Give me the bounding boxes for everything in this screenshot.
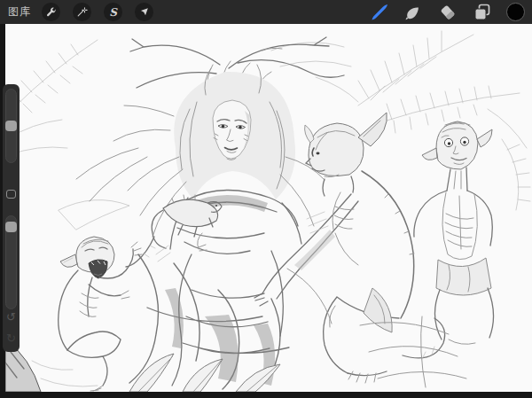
- top-toolbar: 图库 S: [0, 0, 532, 24]
- adjustments-button[interactable]: [73, 3, 91, 21]
- creature-far-right: [414, 121, 494, 344]
- woman-torso-and-lizard: [126, 190, 301, 267]
- artwork-sketch: [5, 24, 532, 392]
- selection-s-icon: S: [109, 7, 117, 18]
- erase-tool-button[interactable]: [437, 2, 458, 23]
- sidebar: ↺ ↻: [3, 84, 20, 352]
- actions-button[interactable]: [42, 3, 60, 21]
- smudge-tool-button[interactable]: [403, 2, 424, 23]
- layers-icon: [472, 2, 493, 23]
- smudge-icon: [403, 2, 424, 23]
- brush-icon: [368, 2, 389, 23]
- toolbar-left-group: 图库 S: [0, 3, 153, 21]
- procreate-window: 图库 S: [0, 0, 532, 398]
- eraser-icon: [437, 2, 458, 23]
- drapery: [129, 251, 466, 389]
- selection-button[interactable]: S: [104, 3, 122, 21]
- wrench-icon: [45, 6, 57, 18]
- drawing-canvas[interactable]: [5, 24, 532, 392]
- transform-button[interactable]: [135, 3, 153, 21]
- toolbar-right-group: [368, 2, 532, 23]
- brush-size-slider-handle[interactable]: [5, 121, 17, 131]
- color-swatch[interactable]: [506, 3, 525, 21]
- woman-hair: [113, 65, 325, 237]
- goblin-bottom-left: [32, 237, 142, 391]
- redo-button[interactable]: ↻: [3, 332, 20, 345]
- transform-arrow-icon: [138, 6, 150, 18]
- magic-wand-icon: [76, 6, 88, 18]
- layers-button[interactable]: [472, 2, 493, 23]
- opacity-slider-handle[interactable]: [5, 222, 17, 232]
- gallery-button[interactable]: 图库: [8, 4, 31, 20]
- modify-button[interactable]: [6, 190, 16, 199]
- undo-button[interactable]: ↺: [3, 311, 20, 324]
- paint-tool-button[interactable]: [368, 2, 389, 23]
